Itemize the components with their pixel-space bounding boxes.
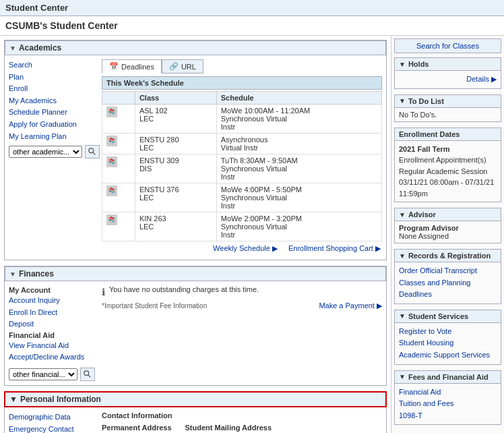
fees-link-1098t[interactable]: 1098-T: [399, 410, 497, 422]
academics-link-search[interactable]: Search: [9, 59, 96, 71]
personal-link-demographic[interactable]: Demographic Data: [9, 411, 96, 424]
academics-go-button[interactable]: [85, 145, 100, 158]
student-services-link-register-vote[interactable]: Register to Vote: [399, 326, 497, 338]
academics-section: ▼ Academics Search Plan Enroll My Academ…: [4, 40, 387, 260]
personal-info-content: Demographic Data Emergency Contact Autho…: [4, 407, 387, 433]
academics-link-plan[interactable]: Plan: [9, 71, 96, 84]
academics-select[interactable]: other academic...: [9, 146, 82, 158]
academics-link-my-learning-plan[interactable]: My Learning Plan: [9, 131, 96, 143]
advisor-chevron-icon: ▼: [399, 211, 406, 219]
holds-chevron-icon: ▼: [399, 61, 406, 68]
todo-section: ▼ To Do List No To Do's.: [394, 94, 501, 122]
todo-section-header[interactable]: ▼ To Do List: [394, 94, 501, 108]
holds-section-label: Holds: [408, 60, 429, 68]
fees-financial-aid-section-label: Fees and Financial Aid: [408, 373, 489, 381]
student-services-link-housing[interactable]: Student Housing: [399, 337, 497, 349]
student-services-section-header[interactable]: ▼ Student Services: [394, 310, 501, 323]
enrollment-session: Regular Academic Session: [399, 166, 497, 177]
fees-financial-aid-chevron-icon: ▼: [399, 373, 406, 380]
holds-section: ▼ Holds Details ▶: [394, 57, 501, 89]
holds-section-header[interactable]: ▼ Holds: [394, 57, 501, 71]
holds-details-label: Details: [466, 75, 489, 83]
finances-link-enroll-direct[interactable]: Enroll In Direct: [9, 307, 96, 319]
records-link-deadlines[interactable]: Deadlines: [399, 289, 497, 301]
enrollment-dates-section-header: Enrollment Dates: [394, 127, 501, 141]
enrollment-dates-section: Enrollment Dates 2021 Fall Term Enrollme…: [394, 127, 501, 203]
go-icon: [88, 147, 96, 156]
course-icon: 📚: [106, 214, 117, 225]
schedule-col-schedule: Schedule: [216, 92, 381, 105]
finances-links: My Account Account Inquiry Enroll In Dir…: [9, 285, 96, 381]
finances-select-row: other financial...: [9, 368, 96, 381]
svg-line-1: [93, 152, 95, 154]
schedule-col-icon: [102, 92, 135, 105]
todo-empty-msg: No To Do's.: [399, 111, 437, 119]
records-registration-section-header[interactable]: ▼ Records & Registration: [394, 249, 501, 262]
academics-section-header[interactable]: ▼ Academics: [5, 40, 386, 55]
enrollment-dates-range: 03/11/21 08:00am - 07/31/21 11:59pm: [399, 177, 497, 199]
records-registration-section: ▼ Records & Registration Order Official …: [394, 249, 501, 304]
make-payment-link[interactable]: Make a Payment ▶: [319, 301, 382, 310]
enrollment-dates-content: 2021 Fall Term Enrollment Appointment(s)…: [394, 141, 501, 203]
course-icon-cell: 📚: [102, 212, 135, 241]
tab-url[interactable]: 🔗 URL: [162, 59, 203, 74]
svg-point-2: [84, 371, 89, 376]
advisor-section-label: Advisor: [408, 210, 436, 219]
finances-section-header[interactable]: ▼ Finances: [5, 266, 386, 281]
course-name-cell: ENSTU 309DIS: [135, 154, 216, 183]
advisor-section: ▼ Advisor Program Advisor None Assigned: [394, 208, 501, 243]
no-charges-msg: You have no outstanding charges at this …: [109, 285, 259, 293]
weekly-schedule-label: Weekly Schedule: [213, 244, 270, 252]
finances-link-account-inquiry[interactable]: Account Inquiry: [9, 295, 96, 307]
mailing-address-label: Student Mailing Address: [185, 422, 272, 433]
todo-chevron-icon: ▼: [399, 97, 406, 105]
personal-info-section: ▼ Personal Information Demographic Data …: [4, 391, 387, 433]
advisor-section-header[interactable]: ▼ Advisor: [394, 208, 501, 221]
table-row: 📚 ENSTU 376LEC MoWe 4:00PM - 5:50PMSynch…: [102, 183, 382, 212]
schedule-footer: Weekly Schedule ▶ Enrollment Shopping Ca…: [102, 241, 382, 256]
course-icon: 📚: [106, 185, 117, 196]
tab-url-label: URL: [181, 63, 196, 71]
records-link-classes-planning[interactable]: Classes and Planning: [399, 277, 497, 289]
fees-link-tuition-fees[interactable]: Tuition and Fees: [399, 398, 497, 410]
search-classes-label: Search for Classes: [416, 42, 479, 50]
academics-link-schedule-planner[interactable]: Schedule Planner: [9, 107, 96, 119]
contact-info-title: Contact Information: [102, 411, 382, 420]
holds-details-link[interactable]: Details ▶: [466, 74, 497, 86]
student-services-chevron-icon: ▼: [399, 312, 406, 320]
finances-go-button[interactable]: [80, 368, 95, 381]
schedule-table: Class Schedule 📚 ASL 102LEC MoWe 10:00AM…: [102, 91, 382, 241]
records-link-official-transcript[interactable]: Order Official Transcript: [399, 265, 497, 277]
permanent-address-label: Permanent Address: [102, 422, 172, 433]
finances-select[interactable]: other financial...: [9, 368, 77, 380]
student-services-section-label: Student Services: [408, 312, 468, 320]
finances-link-accept-decline[interactable]: Accept/Decline Awards: [9, 351, 96, 364]
weekly-schedule-link[interactable]: Weekly Schedule ▶: [213, 244, 278, 253]
personal-link-emergency-contact[interactable]: Emergency Contact: [9, 424, 96, 433]
finances-link-deposit[interactable]: Deposit: [9, 318, 96, 330]
fee-info-text: *Important Student Fee Information: [102, 302, 207, 310]
academics-section-label: Academics: [19, 43, 61, 53]
tab-deadlines[interactable]: 📅 Deadlines: [102, 59, 162, 74]
course-schedule-cell: MoWe 10:00AM - 11:20AMSynchronous Virtua…: [216, 105, 381, 134]
academics-link-enroll[interactable]: Enroll: [9, 83, 96, 95]
academics-link-my-academics[interactable]: My Academics: [9, 95, 96, 107]
enrollment-dates-section-label: Enrollment Dates: [399, 130, 460, 138]
info-icon: ℹ: [102, 287, 105, 297]
financial-aid-label: Financial Aid: [9, 331, 55, 339]
student-services-link-academic-support[interactable]: Academic Support Services: [399, 349, 497, 362]
enrollment-cart-link[interactable]: Enrollment Shopping Cart ▶: [288, 244, 381, 253]
fees-financial-aid-section-header[interactable]: ▼ Fees and Financial Aid: [394, 370, 501, 384]
right-column: Search for Classes ▼ Holds Details ▶: [391, 36, 504, 433]
finances-link-view-financial-aid[interactable]: View Financial Aid: [9, 340, 96, 352]
fees-link-financial-aid[interactable]: Financial Aid: [399, 386, 497, 399]
personal-info-section-header[interactable]: ▼ Personal Information: [4, 391, 387, 407]
finances-chevron-icon: ▼: [9, 270, 16, 278]
contact-addresses: Permanent Address 100 Campus Center Seas…: [102, 422, 382, 433]
enrollment-term: 2021 Fall Term: [399, 144, 497, 155]
academics-content: Search Plan Enroll My Academics Schedule…: [5, 55, 386, 260]
course-icon: 📚: [106, 107, 117, 117]
academics-link-apply-graduation[interactable]: Apply for Graduation: [9, 119, 96, 131]
schedule-title: This Week's Schedule: [102, 76, 382, 90]
search-classes-button[interactable]: Search for Classes: [394, 38, 501, 53]
